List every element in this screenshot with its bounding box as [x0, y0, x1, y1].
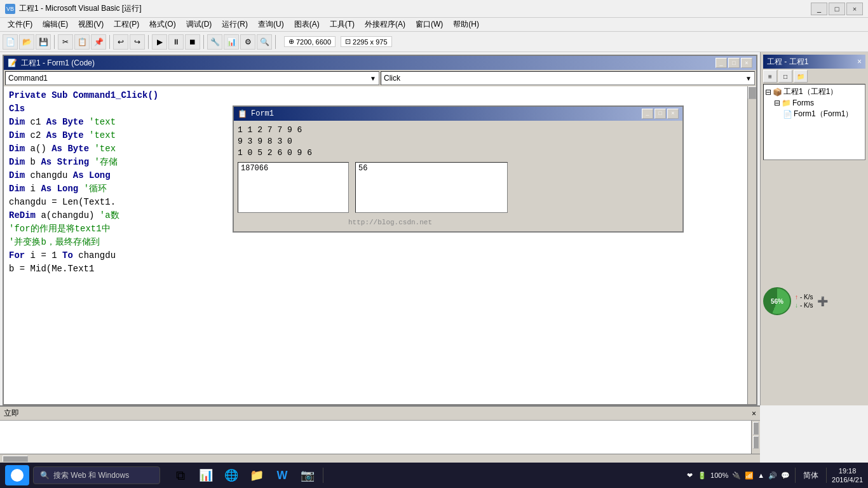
- battery-icon: 🔋: [698, 471, 707, 480]
- battery-value: 100%: [710, 471, 728, 479]
- taskbar-apps: ⧉ 📊 🌐 📁 W 📷: [169, 465, 319, 485]
- form1-minimize-btn[interactable]: _: [642, 109, 653, 119]
- search-label: 搜索 Web 和 Windows: [53, 470, 129, 481]
- size-value: 2295 x 975: [353, 38, 387, 46]
- hscroll-thumb[interactable]: [3, 456, 28, 462]
- event-dropdown[interactable]: Click ▼: [381, 71, 755, 85]
- toolbar-extra4[interactable]: 🔍: [257, 34, 272, 50]
- proj-view-code[interactable]: ≡: [763, 70, 777, 83]
- toolbar-stop[interactable]: ⏹: [185, 34, 200, 50]
- toolbar-coordinates: ⊕ 7200, 6600 ⊡ 2295 x 975: [284, 36, 392, 47]
- menu-addins[interactable]: 外接程序(A): [360, 18, 410, 31]
- code-maximize-btn[interactable]: □: [728, 58, 740, 68]
- menu-edit[interactable]: 编辑(E): [37, 18, 73, 31]
- object-dropdown[interactable]: Command1 ▼: [5, 71, 379, 85]
- toolbar-save[interactable]: 💾: [36, 34, 51, 50]
- code-window-icon: 📝: [8, 58, 17, 67]
- folder-icon: 📁: [782, 98, 791, 107]
- app4-icon: W: [277, 469, 288, 482]
- menu-view[interactable]: 视图(V): [73, 18, 109, 31]
- menu-format[interactable]: 格式(O): [144, 18, 180, 31]
- form1-close-btn[interactable]: ×: [667, 109, 679, 119]
- toolbar-undo[interactable]: ↩: [113, 34, 128, 50]
- maximize-button[interactable]: □: [829, 3, 845, 15]
- toolbar-extra3[interactable]: ⚙: [240, 34, 255, 50]
- date-display: 2016/4/21: [832, 475, 863, 484]
- textbox1-value: 187066: [241, 164, 268, 173]
- health-icon: ❤: [687, 471, 693, 480]
- form1-textbox1[interactable]: 187066: [238, 162, 349, 213]
- taskbar-search[interactable]: 🔍 搜索 Web 和 Windows: [33, 466, 160, 484]
- taskbar-app-5[interactable]: 📷: [296, 465, 319, 485]
- immediate-horizontal-scrollbar[interactable]: [0, 454, 760, 463]
- project-close-btn[interactable]: ×: [857, 57, 862, 66]
- form1-textbox2[interactable]: 56: [355, 162, 508, 213]
- toolbar-open[interactable]: 📂: [19, 34, 34, 50]
- taskbar-app-taskview[interactable]: ⧉: [169, 465, 192, 485]
- start-button[interactable]: [5, 465, 29, 485]
- search-icon: 🔍: [40, 471, 50, 480]
- network-plus-icon[interactable]: ➕: [817, 296, 828, 306]
- proj-view-obj[interactable]: □: [778, 70, 792, 83]
- folder-expand-icon: ⊟: [774, 98, 780, 107]
- menu-help[interactable]: 帮助(H): [448, 18, 484, 31]
- immediate-scrollbar-thumb2[interactable]: [753, 436, 759, 449]
- download-arrow: ↓: [795, 302, 798, 309]
- close-button[interactable]: ×: [846, 3, 863, 15]
- taskbar-app-1[interactable]: 📊: [194, 465, 217, 485]
- form1-maximize-btn[interactable]: □: [654, 109, 666, 119]
- menu-window[interactable]: 窗口(W): [410, 18, 448, 31]
- immediate-text-area[interactable]: [0, 421, 751, 454]
- code-close-btn[interactable]: ×: [741, 58, 752, 68]
- menu-file[interactable]: 文件(F): [3, 18, 37, 31]
- form1-boxes: 187066 56: [238, 162, 679, 227]
- proj-toggle-folder[interactable]: 📁: [794, 70, 808, 83]
- immediate-scrollbar-thumb[interactable]: [753, 422, 759, 435]
- project-name: 工程1（工程1）: [783, 86, 837, 97]
- toolbar-new[interactable]: 📄: [3, 34, 18, 50]
- toolbar-cut[interactable]: ✂: [58, 34, 73, 50]
- lang-indicator[interactable]: 简体: [801, 469, 821, 482]
- taskbar-app-4[interactable]: W: [271, 465, 294, 485]
- code-vertical-scrollbar[interactable]: [747, 86, 756, 404]
- immediate-close-btn[interactable]: ×: [752, 409, 756, 418]
- menu-tools[interactable]: 工具(T): [325, 18, 360, 31]
- menu-debug[interactable]: 调试(D): [181, 18, 217, 31]
- taskbar-datetime[interactable]: 19:18 2016/4/21: [832, 466, 863, 485]
- scrollbar-thumb[interactable]: [748, 86, 756, 99]
- download-stat: ↓ - K/s: [795, 302, 813, 309]
- menu-query[interactable]: 查询(U): [253, 18, 289, 31]
- toolbar-extra1[interactable]: 🔧: [207, 34, 222, 50]
- code-window-title-text: 工程1 - Form1 (Code): [21, 58, 95, 69]
- toolbar-redo[interactable]: ↪: [130, 34, 145, 50]
- project-tree[interactable]: ⊟ 📦 工程1（工程1） ⊟ 📁 Forms 📄 Form1（Form1）: [763, 84, 865, 160]
- usb-icon: 🔌: [732, 471, 741, 480]
- taskbar-app-3[interactable]: 📁: [245, 465, 268, 485]
- object-dropdown-arrow: ▼: [370, 75, 376, 82]
- project-root-item[interactable]: ⊟ 📦 工程1（工程1）: [765, 86, 864, 98]
- toolbar-copy[interactable]: 📋: [74, 34, 90, 50]
- toolbar-run[interactable]: ▶: [152, 34, 167, 50]
- code-minimize-btn[interactable]: _: [715, 58, 727, 68]
- minimize-button[interactable]: _: [811, 3, 827, 15]
- toolbar-paste[interactable]: 📌: [91, 34, 106, 50]
- project-forms-folder[interactable]: ⊟ 📁 Forms: [774, 98, 864, 108]
- code-content[interactable]: Private Sub Command1_Click() Cls Dim c1 …: [4, 86, 756, 404]
- menu-diagram[interactable]: 图表(A): [289, 18, 325, 31]
- menu-project[interactable]: 工程(P): [109, 18, 144, 31]
- size-display: ⊡ 2295 x 975: [341, 36, 391, 47]
- upload-value: - K/s: [800, 294, 813, 301]
- project-form1-item[interactable]: 📄 Form1（Form1）: [783, 108, 864, 120]
- menu-run[interactable]: 运行(R): [217, 18, 253, 31]
- immediate-vertical-scrollbar[interactable]: [751, 421, 760, 454]
- network-percent: 56%: [771, 298, 783, 305]
- toolbar: 📄 📂 💾 ✂ 📋 📌 ↩ ↪ ▶ ⏸ ⏹ 🔧 📊 ⚙ 🔍 ⊕ 7200, 66…: [0, 32, 868, 52]
- toolbar-pause[interactable]: ⏸: [168, 34, 184, 50]
- code-line-14: b = Mid(Me.Text1: [9, 262, 751, 276]
- taskbar-app-2[interactable]: 🌐: [220, 465, 243, 485]
- menu-bar: 文件(F) 编辑(E) 视图(V) 工程(P) 格式(O) 调试(D) 运行(R…: [0, 18, 868, 32]
- form1-title-bar: 📋 Form1 _ □ ×: [234, 107, 682, 121]
- right-panel-bottom: [760, 405, 868, 463]
- toolbar-extra2[interactable]: 📊: [224, 34, 239, 50]
- form1-content: 1 1 2 7 7 9 6 9 3 9 8 3 0 1 0 5 2 6 0 9 …: [234, 121, 682, 231]
